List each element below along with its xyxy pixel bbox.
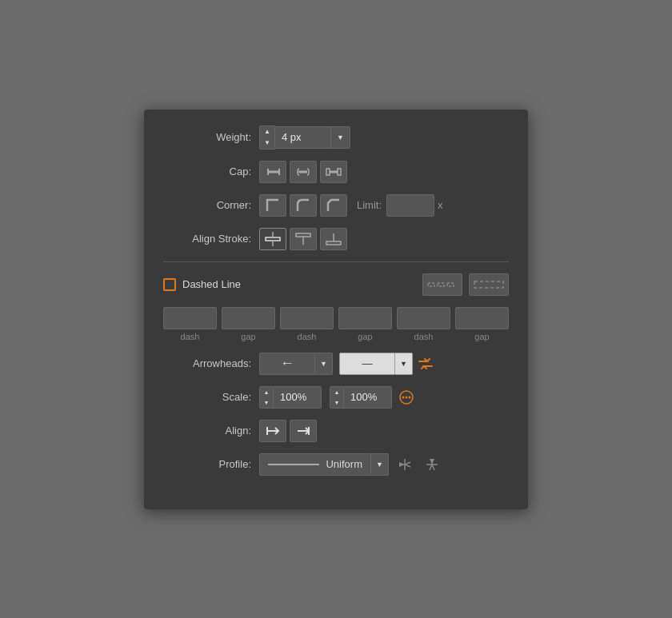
scale1-up-btn[interactable]: ▲	[260, 387, 273, 397]
weight-control: ▲ ▼ 4 px ▼	[259, 126, 350, 150]
svg-rect-2	[278, 169, 280, 175]
limit-x: x	[438, 199, 443, 211]
svg-rect-12	[326, 241, 341, 245]
svg-point-20	[406, 396, 408, 398]
align-row: Align:	[163, 420, 509, 442]
scale-link-btn[interactable]	[398, 389, 414, 405]
svg-rect-6	[338, 169, 341, 175]
corner-label: Corner:	[163, 199, 251, 211]
cap-round-btn[interactable]	[290, 161, 317, 183]
dashed-label: Dashed Line	[182, 278, 241, 290]
svg-point-19	[402, 396, 405, 398]
dash-pattern-btn-1[interactable]	[422, 273, 462, 296]
gap-input-1[interactable]	[222, 307, 275, 329]
cap-butt-btn[interactable]	[259, 161, 286, 183]
cap-label: Cap:	[163, 165, 251, 177]
dash-pattern-btn-2[interactable]	[469, 273, 509, 296]
align-center-btn[interactable]	[259, 228, 286, 250]
align-stroke-label: Align Stroke:	[163, 233, 251, 245]
weight-down-btn[interactable]: ▼	[260, 138, 274, 149]
dashed-checkbox[interactable]	[163, 278, 176, 291]
swap-arrows-btn[interactable]	[418, 356, 434, 372]
limit-input[interactable]	[386, 194, 434, 217]
corner-miter-btn[interactable]	[259, 194, 286, 217]
scale-spinner-1: ▲ ▼	[259, 386, 274, 409]
dash-input-1[interactable]	[163, 307, 217, 329]
limit-label: Limit:	[357, 199, 382, 211]
scale2-down-btn[interactable]: ▼	[330, 397, 343, 408]
svg-point-21	[409, 396, 411, 398]
align-end-btn[interactable]	[290, 420, 317, 442]
arrow-end-select[interactable]: —	[339, 353, 395, 375]
dash-pattern-btns	[419, 273, 509, 296]
align-stroke-btn-group	[259, 228, 347, 250]
arrowheads-row: Arrowheads: ← ▼ — ▼	[163, 353, 509, 375]
dash-sublabel-2: dash	[298, 332, 317, 341]
align-label: Align:	[163, 425, 251, 437]
weight-dropdown-btn[interactable]: ▼	[331, 126, 350, 149]
svg-rect-17	[474, 281, 503, 288]
svg-rect-0	[267, 169, 269, 175]
dash-gap-row: dash gap dash gap dash gap	[163, 307, 509, 341]
dash-input-2-wrap: dash	[280, 307, 334, 341]
cap-row: Cap:	[163, 161, 509, 183]
arrowheads-label: Arrowheads:	[163, 357, 251, 369]
weight-up-btn[interactable]: ▲	[260, 126, 274, 138]
stroke-panel: Weight: ▲ ▼ 4 px ▼ Cap:	[144, 110, 528, 509]
profile-flip-h-btn[interactable]	[394, 453, 416, 476]
profile-line	[268, 464, 319, 465]
cap-square-btn[interactable]	[320, 161, 347, 183]
dash-input-1-wrap: dash	[163, 307, 217, 341]
align-stroke-row: Align Stroke:	[163, 228, 509, 250]
cap-btn-group	[259, 161, 347, 183]
align-start-btn[interactable]	[259, 420, 286, 442]
dash-sublabel-3: dash	[414, 332, 434, 341]
corner-round-btn[interactable]	[290, 194, 317, 217]
svg-rect-10	[296, 233, 310, 237]
arrow-end-dropdown[interactable]: ▼	[395, 353, 413, 375]
profile-flip-v-btn[interactable]	[421, 453, 443, 476]
scale-input-2-wrap: ▲ ▼ 100%	[330, 386, 392, 409]
scale-input-1-wrap: ▲ ▼ 100%	[259, 386, 322, 409]
align-outside-btn[interactable]	[320, 228, 347, 250]
profile-value: Uniform	[326, 458, 362, 470]
gap-input-3[interactable]	[455, 307, 509, 329]
gap-sublabel-2: gap	[358, 332, 372, 341]
gap-sublabel-3: gap	[474, 332, 489, 341]
profile-row: Profile: Uniform ▼	[163, 453, 509, 476]
scale-value-1[interactable]: 100%	[274, 386, 322, 409]
profile-select[interactable]: Uniform	[259, 453, 371, 476]
gap-input-2[interactable]	[338, 307, 392, 329]
arrow-start-select[interactable]: ←	[259, 353, 315, 375]
svg-rect-15	[438, 283, 444, 286]
profile-label: Profile:	[163, 458, 251, 470]
gap-sublabel-1: gap	[241, 332, 255, 341]
weight-label: Weight:	[163, 131, 251, 143]
scale-row: Scale: ▲ ▼ 100% ▲ ▼ 100%	[163, 386, 509, 409]
dashed-line-row: Dashed Line	[163, 273, 509, 296]
gap-input-3-wrap: gap	[455, 307, 509, 341]
dash-input-2[interactable]	[280, 307, 334, 329]
svg-rect-7	[266, 237, 280, 241]
dash-input-3[interactable]	[397, 307, 450, 329]
dash-sublabel-1: dash	[181, 332, 200, 341]
svg-rect-14	[428, 283, 434, 286]
scale1-down-btn[interactable]: ▼	[260, 397, 273, 408]
scale-label: Scale:	[163, 391, 251, 403]
corner-bevel-btn[interactable]	[320, 194, 347, 217]
corner-row: Corner: Limit: x	[163, 194, 509, 217]
scale2-up-btn[interactable]: ▲	[330, 387, 343, 397]
weight-value[interactable]: 4 px	[275, 126, 331, 149]
svg-rect-4	[326, 169, 330, 175]
arrow-start-dropdown[interactable]: ▼	[315, 353, 333, 375]
gap-input-2-wrap: gap	[338, 307, 392, 341]
profile-dropdown-btn[interactable]: ▼	[371, 453, 389, 476]
divider	[163, 261, 509, 262]
align-inside-btn[interactable]	[290, 228, 317, 250]
weight-spinner: ▲ ▼	[259, 126, 275, 150]
corner-btn-group	[259, 194, 347, 217]
arrow-end-value: —	[362, 357, 373, 369]
svg-rect-16	[447, 283, 454, 286]
align-btn-group	[259, 420, 317, 442]
scale-value-2[interactable]: 100%	[344, 386, 392, 409]
